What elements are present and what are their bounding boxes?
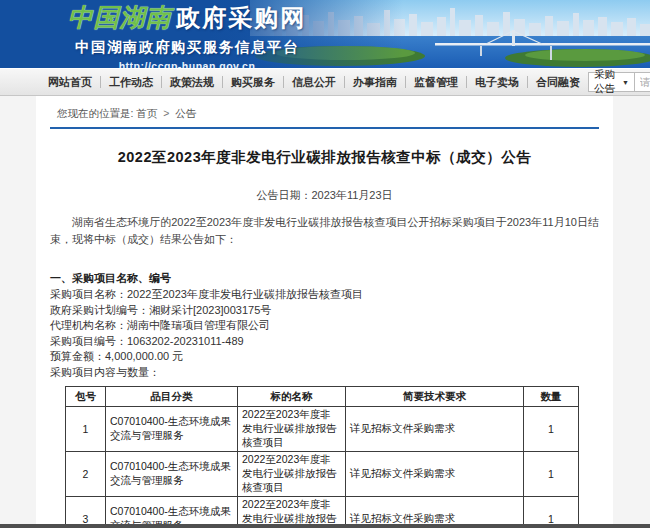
search-category-select[interactable]: 采购公告 ▼ <box>588 72 635 92</box>
cell-subject-name: 2022至2023年度非发电行业碳排放报告核查项目 <box>238 452 346 497</box>
cell-package-no: 1 <box>66 407 106 452</box>
search-input[interactable] <box>635 72 650 92</box>
cell-tech-requirements: 详见招标文件采购需求 <box>346 407 524 452</box>
content-divider-line <box>50 127 599 129</box>
nav-item-supervision[interactable]: 监督管理 <box>406 76 467 88</box>
nav-menu: 网站首页 工作动态 政策法规 购买服务 信息公开 办事指南 监督管理 电子卖场 … <box>40 76 588 88</box>
field-project-number: 采购项目编号：1063202-20231011-489 <box>50 334 599 350</box>
main-navbar: 网站首页 工作动态 政策法规 购买服务 信息公开 办事指南 监督管理 电子卖场 … <box>0 68 650 96</box>
field-content-quantity-label: 采购项目内容与数量： <box>50 365 599 381</box>
nav-item-purchase-service[interactable]: 购买服务 <box>223 76 284 88</box>
site-subtitle: 中国湖南政府购买服务信息平台 <box>62 38 312 57</box>
bottom-edge-strip <box>0 524 650 528</box>
breadcrumb-prefix: 您现在的位置是: <box>57 107 133 119</box>
cell-quantity: 1 <box>524 452 579 497</box>
breadcrumb-separator: > <box>163 107 169 119</box>
cell-package-no: 2 <box>66 452 106 497</box>
header-category: 品目分类 <box>106 387 238 407</box>
search-category-value: 采购公告 <box>594 68 618 96</box>
header-package-no: 包号 <box>66 387 106 407</box>
header-tech-requirements: 简要技术要求 <box>346 387 524 407</box>
table-row: 2 C07010400-生态环境成果交流与管理服务 2022至2023年度非发电… <box>66 452 579 497</box>
field-plan-number: 政府采购计划编号：湘财采计[2023]003175号 <box>50 303 599 319</box>
header-subject-name: 标的名称 <box>238 387 346 407</box>
cell-category: C07010400-生态环境成果交流与管理服务 <box>106 407 238 452</box>
nav-item-contract-finance[interactable]: 合同融资 <box>528 76 588 88</box>
breadcrumb-current-link[interactable]: 公告 <box>175 107 196 119</box>
section1-heading: 一、采购项目名称、编号 <box>50 271 599 286</box>
cell-tech-requirements: 详见招标文件采购需求 <box>346 452 524 497</box>
logo-calligraphy-text: 中国湖南 <box>68 3 172 32</box>
site-logo[interactable]: 中国湖南 政府采购网 中国湖南政府购买服务信息平台 http://ccgp-hu… <box>62 4 312 68</box>
announcement-intro: 湖南省生态环境厅的2022至2023年度非发电行业碳排放报告核查项目公开招标采购… <box>50 214 599 248</box>
cell-quantity: 1 <box>524 407 579 452</box>
nav-item-e-marketplace[interactable]: 电子卖场 <box>467 76 528 88</box>
content-panel: 您现在的位置是: 首页 > 公告 2022至2023年度非发电行业碳排放报告核查… <box>36 96 613 528</box>
site-banner: 中国湖南 政府采购网 中国湖南政府购买服务信息平台 http://ccgp-hu… <box>0 0 650 68</box>
site-title: 政府采购网 <box>176 4 306 31</box>
cell-subject-name: 2022至2023年度非发电行业碳排放报告核查项目 <box>238 407 346 452</box>
field-project-name: 采购项目名称：2022至2023年度非发电行业碳排放报告核查项目 <box>50 287 599 303</box>
nav-item-home[interactable]: 网站首页 <box>40 76 101 88</box>
announcement-date: 公告日期：2023年11月23日 <box>50 188 599 203</box>
procurement-items-table: 包号 品目分类 标的名称 简要技术要求 数量 1 C07010400-生态环境成… <box>65 386 579 528</box>
page-title: 2022至2023年度非发电行业碳排放报告核查中标（成交）公告 <box>50 148 599 167</box>
breadcrumb-home-link[interactable]: 首页 <box>136 107 157 119</box>
table-row: 1 C07010400-生态环境成果交流与管理服务 2022至2023年度非发电… <box>66 407 579 452</box>
project-fields: 采购项目名称：2022至2023年度非发电行业碳排放报告核查项目 政府采购计划编… <box>50 287 599 380</box>
field-agency-name: 代理机构名称：湖南中隆瑞项目管理有限公司 <box>50 318 599 334</box>
header-quantity: 数量 <box>524 387 579 407</box>
nav-item-info-disclosure[interactable]: 信息公开 <box>284 76 345 88</box>
nav-item-guide[interactable]: 办事指南 <box>345 76 406 88</box>
table-header-row: 包号 品目分类 标的名称 简要技术要求 数量 <box>66 387 579 407</box>
site-url: http://ccgp-hunan.gov.cn <box>62 60 312 68</box>
breadcrumb: 您现在的位置是: 首页 > 公告 <box>50 104 599 122</box>
nav-item-news[interactable]: 工作动态 <box>101 76 162 88</box>
chevron-down-icon: ▼ <box>622 79 629 86</box>
cell-category: C07010400-生态环境成果交流与管理服务 <box>106 452 238 497</box>
nav-item-policy[interactable]: 政策法规 <box>162 76 223 88</box>
field-budget-amount: 预算金额：4,000,000.00 元 <box>50 349 599 365</box>
search-bar: 采购公告 ▼ <box>588 72 650 92</box>
